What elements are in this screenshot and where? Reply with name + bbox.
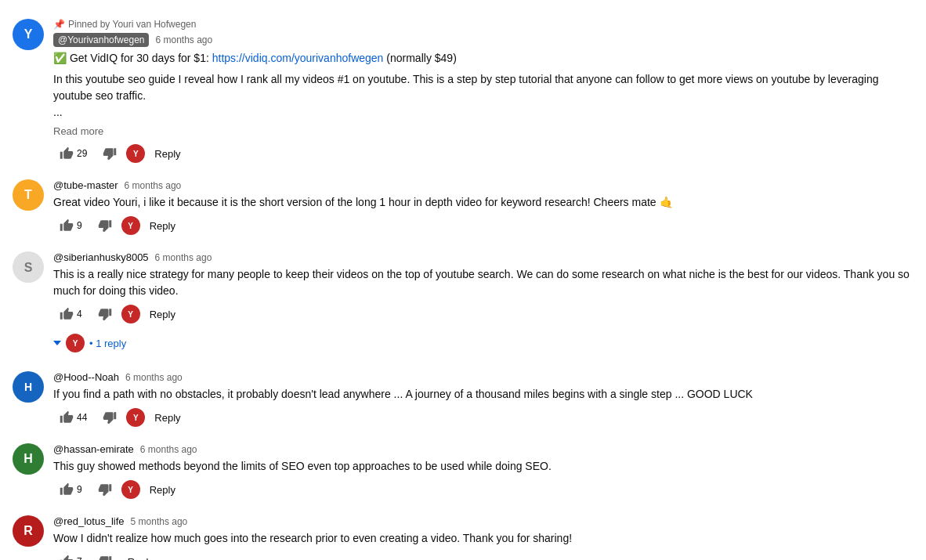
timestamp-youri: 6 months ago: [155, 34, 212, 45]
timestamp-hassan: 6 months ago: [140, 444, 197, 455]
thumbs-up-icon: [60, 146, 74, 161]
dislike-button-hassan[interactable]: [92, 479, 118, 500]
pinned-by-text: Pinned by Youri van Hofwegen: [68, 19, 196, 30]
dislike-button-red-lotus[interactable]: [92, 551, 118, 560]
avatar-siberianhusky: S: [13, 251, 44, 283]
timestamp-tube-master: 6 months ago: [125, 180, 182, 191]
author-hood-noah[interactable]: @Hood--Noah: [53, 371, 119, 383]
comment-header-hassan: @hassan-emirate 6 months ago: [53, 443, 913, 455]
comment-section: Y 📌 Pinned by Youri van Hofwegen @Youriv…: [13, 13, 913, 560]
comment-actions-hood-noah: 44 Y Reply: [53, 407, 913, 428]
dislike-button-youri[interactable]: [96, 143, 123, 164]
comment-text-youri: ✅ Get VidIQ for 30 days for $1: https://…: [53, 50, 913, 67]
svg-text:S: S: [24, 261, 33, 274]
avatar-small-hood: Y: [126, 408, 145, 427]
comment-red-lotus: R @red_lotus_life 5 months ago Wow I did…: [13, 515, 913, 560]
comment-body-hassan: @hassan-emirate 6 months ago This guy sh…: [53, 443, 913, 500]
comment-siberianhusky: S @siberianhusky8005 6 months ago This i…: [13, 251, 913, 356]
like-button-hassan[interactable]: 9: [53, 479, 89, 500]
thumbs-down-icon-3: [98, 307, 112, 321]
chevron-down-icon: [53, 341, 61, 345]
like-button-hood-noah[interactable]: 44: [53, 407, 93, 428]
avatar-tube-master: T: [13, 179, 44, 211]
comment-actions-red-lotus: 7 Reply: [53, 551, 913, 560]
author-tube-master[interactable]: @tube-master: [53, 179, 118, 191]
comment-text-hassan: This guy showed methods beyond the limit…: [53, 458, 913, 475]
replies-count-siberianhusky: • 1 reply: [89, 338, 126, 349]
dislike-button-siberianhusky[interactable]: [92, 304, 118, 324]
comment-actions-siberianhusky: 4 Y Reply: [53, 304, 913, 324]
thumbs-down-icon-2: [98, 219, 112, 233]
reply-button-red-lotus[interactable]: Reply: [121, 553, 160, 561]
avatar-hood-noah: H: [13, 371, 44, 403]
thumbs-up-icon-6: [60, 555, 74, 560]
promo-link-youri[interactable]: https://vidiq.com/yourivanhofwegen: [212, 52, 384, 64]
like-count-youri: 29: [77, 148, 87, 159]
thumbs-up-icon-3: [60, 307, 74, 321]
author-red-lotus[interactable]: @red_lotus_life: [53, 515, 125, 527]
avatar-small-siberian: Y: [121, 305, 140, 323]
read-more-youri[interactable]: Read more: [53, 125, 913, 137]
like-count-tube-master: 9: [77, 220, 82, 231]
avatar-youri: Y: [13, 19, 44, 50]
avatar-small-reply: Y: [66, 334, 85, 352]
comment-header-hood-noah: @Hood--Noah 6 months ago: [53, 371, 913, 383]
thumbs-down-icon-6: [98, 555, 112, 560]
avatar-small-hassan: Y: [121, 480, 140, 499]
comment-header-youri: @Yourivanhofwegen 6 months ago: [53, 33, 913, 47]
comment-tube-master: T @tube-master 6 months ago Great video …: [13, 179, 913, 236]
comment-text-youri-2: In this youtube seo guide I reveal how I…: [53, 71, 913, 121]
comment-body-tube-master: @tube-master 6 months ago Great video Yo…: [53, 179, 913, 236]
pin-icon: 📌: [53, 19, 65, 30]
comment-text-hood-noah: If you find a path with no obstacles, it…: [53, 386, 913, 403]
comment-actions-youri: 29 Y Reply: [53, 143, 913, 164]
dislike-button-tube-master[interactable]: [92, 215, 118, 236]
dog-avatar-icon: S: [13, 251, 44, 283]
thumbs-down-icon: [103, 146, 117, 161]
comment-hassan: H @hassan-emirate 6 months ago This guy …: [13, 443, 913, 500]
comment-header-tube-master: @tube-master 6 months ago: [53, 179, 913, 191]
timestamp-hood-noah: 6 months ago: [125, 372, 183, 383]
thumbs-down-icon-4: [103, 410, 117, 425]
comment-body-siberianhusky: @siberianhusky8005 6 months ago This is …: [53, 251, 913, 356]
comment-body-hood-noah: @Hood--Noah 6 months ago If you find a p…: [53, 371, 913, 428]
reply-button-hood-noah[interactable]: Reply: [148, 409, 186, 427]
thumbs-up-icon-5: [60, 482, 74, 497]
like-button-siberianhusky[interactable]: 4: [53, 304, 89, 324]
like-button-red-lotus[interactable]: 7: [53, 551, 89, 560]
reply-button-hassan[interactable]: Reply: [143, 481, 182, 499]
comment-youri: Y 📌 Pinned by Youri van Hofwegen @Youriv…: [13, 19, 913, 164]
pinned-label: 📌 Pinned by Youri van Hofwegen: [53, 19, 913, 30]
reply-button-siberianhusky[interactable]: Reply: [143, 305, 182, 323]
comment-text-red-lotus: Wow I didn't realize how much goes into …: [53, 530, 913, 547]
timestamp-siberianhusky: 6 months ago: [155, 252, 212, 263]
avatar-small-tube: Y: [121, 216, 140, 235]
like-button-youri[interactable]: 29: [53, 143, 93, 164]
comment-text-tube-master: Great video Youri, i like it because it …: [53, 194, 913, 211]
thumbs-down-icon-5: [98, 482, 112, 497]
comment-text-siberianhusky: This is a really nice strategy for many …: [53, 266, 913, 299]
comment-hood-noah: H @Hood--Noah 6 months ago If you find a…: [13, 371, 913, 428]
avatar-small-youri: Y: [126, 144, 145, 163]
replies-toggle-siberianhusky[interactable]: Y • 1 reply: [53, 331, 913, 356]
avatar-red-lotus: R: [13, 515, 44, 547]
dislike-button-hood-noah[interactable]: [96, 407, 123, 428]
like-count-hood-noah: 44: [77, 412, 87, 423]
comment-header-red-lotus: @red_lotus_life 5 months ago: [53, 515, 913, 527]
timestamp-red-lotus: 5 months ago: [131, 516, 188, 527]
reply-button-youri[interactable]: Reply: [148, 145, 186, 163]
like-count-hassan: 9: [77, 484, 82, 495]
comment-header-siberianhusky: @siberianhusky8005 6 months ago: [53, 251, 913, 263]
author-hassan[interactable]: @hassan-emirate: [53, 443, 134, 455]
author-siberianhusky[interactable]: @siberianhusky8005: [53, 251, 149, 263]
comment-body-youri: 📌 Pinned by Youri van Hofwegen @Yourivan…: [53, 19, 913, 164]
thumbs-up-icon-4: [60, 410, 74, 425]
comment-actions-hassan: 9 Y Reply: [53, 479, 913, 500]
reply-button-tube-master[interactable]: Reply: [143, 217, 182, 235]
avatar-hassan: H: [13, 443, 44, 475]
author-badge-youri[interactable]: @Yourivanhofwegen: [53, 33, 149, 47]
comment-body-red-lotus: @red_lotus_life 5 months ago Wow I didn'…: [53, 515, 913, 560]
like-button-tube-master[interactable]: 9: [53, 215, 89, 236]
thumbs-up-icon-2: [60, 219, 74, 233]
comment-actions-tube-master: 9 Y Reply: [53, 215, 913, 236]
